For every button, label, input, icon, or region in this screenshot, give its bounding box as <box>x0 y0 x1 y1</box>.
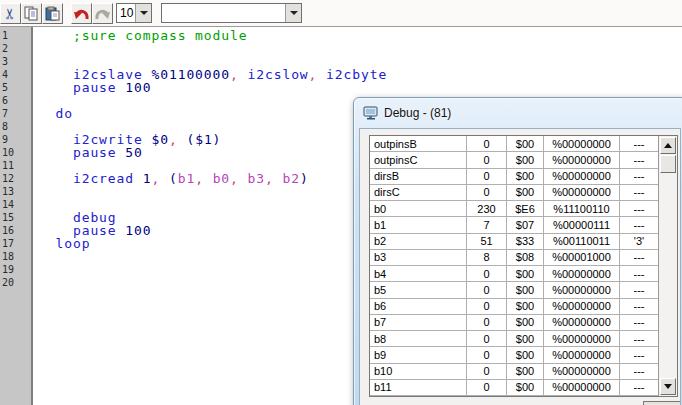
cell-bin: %00000000 <box>544 185 620 201</box>
debug-partial-button[interactable] <box>643 401 681 405</box>
cell-hex: $00 <box>507 282 544 298</box>
table-row: b90$00%00000000--- <box>370 347 658 363</box>
cell-dec: 0 <box>467 331 507 347</box>
cut-button[interactable]: ✂ <box>0 3 21 24</box>
cell-name: b4 <box>370 266 467 282</box>
cell-dec: 0 <box>467 185 507 201</box>
paste-icon <box>45 6 60 21</box>
cell-hex: $00 <box>507 266 544 282</box>
cell-dec: 0 <box>467 152 507 168</box>
cell-ascii: --- <box>620 169 658 185</box>
cell-name: b1 <box>370 217 467 233</box>
cell-dec: 51 <box>467 234 507 250</box>
cell-dec: 0 <box>467 315 507 331</box>
cell-hex: $00 <box>507 299 544 315</box>
scrollbar-thumb[interactable] <box>660 155 676 173</box>
copy-icon <box>24 6 39 21</box>
cell-bin: %00000000 <box>544 169 620 185</box>
cell-hex: $00 <box>507 169 544 185</box>
search-combobox-value <box>162 4 285 22</box>
code-line: ;sure compass module <box>38 29 682 42</box>
line-number: 11 <box>2 159 31 172</box>
line-number: 4 <box>2 68 31 81</box>
debug-window-title: Debug - (81) <box>384 106 451 120</box>
table-row: b110$00%00000000--- <box>370 380 658 396</box>
cell-name: b9 <box>370 347 467 363</box>
line-number: 15 <box>2 211 31 224</box>
line-number: 17 <box>2 237 31 250</box>
cell-ascii: --- <box>620 364 658 380</box>
line-number: 18 <box>2 250 31 263</box>
debug-table-scrollbar[interactable] <box>658 136 677 396</box>
table-row: b0230$E6%11100110--- <box>370 201 658 217</box>
line-number: 13 <box>2 185 31 198</box>
line-number-gutter: 1234567891011121314151617181920 <box>0 27 33 405</box>
cell-dec: 0 <box>467 347 507 363</box>
redo-button[interactable] <box>92 3 113 24</box>
table-row: b50$00%00000000--- <box>370 282 658 298</box>
cell-dec: 0 <box>467 364 507 380</box>
cell-name: b3 <box>370 250 467 266</box>
cell-ascii: --- <box>620 380 658 396</box>
debug-variable-table: outpinsB0$00%00000000---outpinsC0$00%000… <box>369 135 678 397</box>
app-window: ✂ <box>0 0 682 405</box>
chevron-down-icon <box>290 11 298 15</box>
arrow-up-icon <box>664 143 672 148</box>
cell-name: b7 <box>370 315 467 331</box>
undo-icon <box>73 6 90 22</box>
cell-ascii: --- <box>620 266 658 282</box>
cell-dec: 0 <box>467 299 507 315</box>
line-number: 1 <box>2 29 31 42</box>
line-number: 19 <box>2 263 31 276</box>
line-number: 7 <box>2 107 31 120</box>
cell-name: b2 <box>370 234 467 250</box>
line-number: 16 <box>2 224 31 237</box>
table-row: b251$33%00110011'3' <box>370 234 658 250</box>
table-row: b38$08%00001000--- <box>370 250 658 266</box>
debug-window: Debug - (81) outpinsB0$00%00000000---out… <box>353 97 682 405</box>
toolbar: ✂ <box>0 0 682 26</box>
debug-table-rows: outpinsB0$00%00000000---outpinsC0$00%000… <box>370 136 658 396</box>
arrow-down-icon <box>664 384 672 389</box>
search-combobox[interactable] <box>161 3 302 23</box>
font-size-dropdown-button[interactable] <box>135 4 151 22</box>
line-number: 6 <box>2 94 31 107</box>
cell-name: b11 <box>370 380 467 396</box>
cell-bin: %00000111 <box>544 217 620 233</box>
cell-ascii: --- <box>620 201 658 217</box>
line-number: 3 <box>2 55 31 68</box>
scroll-down-button[interactable] <box>660 378 676 395</box>
cell-hex: $00 <box>507 152 544 168</box>
copy-button[interactable] <box>21 3 42 24</box>
cell-bin: %00000000 <box>544 380 620 396</box>
cell-ascii: --- <box>620 315 658 331</box>
cell-bin: %00000000 <box>544 136 620 152</box>
line-number: 2 <box>2 42 31 55</box>
cell-ascii: --- <box>620 136 658 152</box>
paste-button[interactable] <box>42 3 63 24</box>
debug-titlebar[interactable]: Debug - (81) <box>354 98 682 127</box>
cell-dec: 8 <box>467 250 507 266</box>
cell-ascii: --- <box>620 347 658 363</box>
line-number: 14 <box>2 198 31 211</box>
table-row: dirsB0$00%00000000--- <box>370 169 658 185</box>
cell-hex: $00 <box>507 315 544 331</box>
cell-bin: %00000000 <box>544 282 620 298</box>
cell-ascii: --- <box>620 299 658 315</box>
font-size-combobox[interactable]: 10 <box>116 3 152 23</box>
cell-bin: %00110011 <box>544 234 620 250</box>
search-dropdown-button[interactable] <box>285 4 301 22</box>
cell-ascii: --- <box>620 185 658 201</box>
cell-name: dirsB <box>370 169 467 185</box>
cell-bin: %00000000 <box>544 315 620 331</box>
table-row: outpinsB0$00%00000000--- <box>370 136 658 152</box>
scroll-up-button[interactable] <box>660 137 676 154</box>
redo-icon <box>94 6 111 22</box>
table-row: b60$00%00000000--- <box>370 299 658 315</box>
cut-icon: ✂ <box>3 7 18 20</box>
table-row: b17$07%00000111--- <box>370 217 658 233</box>
cell-name: b5 <box>370 282 467 298</box>
cell-hex: $00 <box>507 136 544 152</box>
cell-name: b10 <box>370 364 467 380</box>
undo-button[interactable] <box>71 3 92 24</box>
